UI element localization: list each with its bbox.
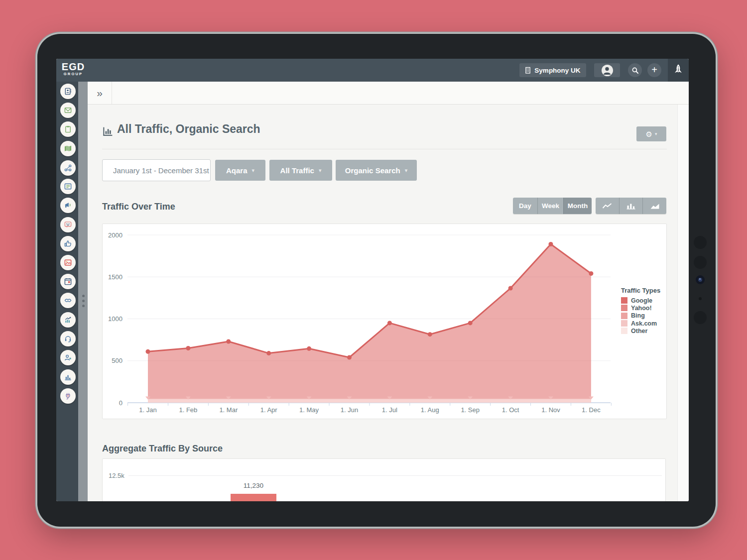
bar-value-label: 11,230 (229, 482, 278, 489)
camera-glint (699, 278, 701, 280)
legend-item-bing[interactable]: Bing (621, 312, 666, 320)
sidebar-item-chat-smiley[interactable] (60, 217, 76, 232)
sidebar-item-plug[interactable] (60, 388, 76, 404)
report-settings-button[interactable]: ⚙ ▾ (636, 126, 666, 141)
data-point[interactable] (146, 349, 150, 354)
add-button[interactable]: + (647, 63, 661, 77)
caret-down-icon: ▾ (252, 167, 255, 174)
scrollbar-track[interactable] (677, 105, 689, 501)
data-point[interactable] (428, 332, 432, 336)
sidebar-item-share[interactable] (60, 160, 76, 176)
data-point[interactable] (347, 355, 352, 360)
x-axis-label: 1. Mar (219, 406, 238, 414)
sidebar-item-mail[interactable] (60, 103, 76, 118)
x-axis-label: 1. Apr (260, 406, 278, 414)
legend-item-yahoo[interactable]: Yahoo! (621, 304, 666, 312)
sidebar-item-image[interactable] (60, 255, 76, 270)
legend-label: Yahoo! (631, 305, 652, 312)
search-button[interactable] (628, 63, 642, 77)
sidebar-splitter[interactable] (78, 82, 88, 501)
view-toggle-week[interactable]: Week (537, 198, 563, 214)
chart-type-toggle (596, 198, 666, 214)
y-axis-tick: 12.5k (109, 472, 124, 479)
data-point[interactable] (307, 346, 311, 351)
bezel-sensor (694, 256, 707, 269)
data-point[interactable] (266, 351, 271, 355)
traffic-area-chart: 05001000150020001. Jan1. Feb1. Mar1. Apr… (103, 224, 666, 419)
sidebar-item-thumbs-up[interactable] (60, 236, 76, 251)
sidebar-item-handshake[interactable] (60, 293, 76, 308)
legend-swatch (621, 305, 627, 311)
sidebar-item-contacts[interactable] (60, 84, 76, 99)
sidebar-item-clipboard[interactable] (60, 121, 76, 137)
data-point[interactable] (226, 339, 231, 343)
sidebar-item-list[interactable] (60, 179, 76, 194)
sidebar-item-stats[interactable] (60, 369, 76, 385)
sidebar-item-trend[interactable] (60, 312, 76, 328)
view-toggle-day[interactable]: Day (513, 198, 537, 214)
splitter-handle-dot (82, 295, 85, 297)
clipboard-icon (64, 125, 72, 133)
divider (102, 149, 667, 149)
view-toggle-month[interactable]: Month (563, 198, 592, 214)
data-point[interactable] (549, 242, 553, 246)
org-name: Symphony UK (534, 67, 580, 74)
filter-dropdown-all-traffic[interactable]: All Traffic▾ (269, 160, 332, 181)
rocket-icon (672, 64, 685, 77)
splitter-handle-dot (82, 305, 85, 307)
data-point[interactable] (508, 286, 513, 290)
y-axis-tick: 500 (112, 357, 123, 364)
plus-icon: + (651, 65, 657, 75)
app-logo[interactable]: EGD GROUP (60, 61, 86, 76)
data-point[interactable] (589, 271, 593, 276)
avatar-icon (602, 65, 613, 76)
legend-swatch (621, 320, 627, 327)
megaphone-icon (64, 201, 72, 210)
launcher-button[interactable] (668, 59, 689, 82)
section-heading-traffic-over-time: Traffic Over Time (102, 202, 175, 212)
y-axis-tick: 1000 (108, 315, 123, 323)
chart-type-line-chart[interactable] (596, 198, 619, 214)
y-axis-tick: 0 (119, 399, 123, 407)
legend-item-askcom[interactable]: Ask.com (621, 320, 666, 327)
legend-label: Other (631, 328, 647, 335)
headset-icon (64, 335, 72, 343)
data-point[interactable] (468, 321, 473, 325)
data-point[interactable] (387, 321, 392, 325)
page-title: All Traffic, Organic Search (117, 122, 260, 136)
chart-type-area-chart[interactable] (642, 198, 666, 214)
x-axis-label: 1. Jan (139, 406, 156, 414)
legend-item-other[interactable]: Other (621, 327, 666, 335)
org-selector-button[interactable]: Symphony UK (519, 63, 586, 77)
x-axis-label: 1. May (299, 406, 319, 414)
stats-icon (64, 373, 72, 381)
area-series-google (148, 244, 591, 403)
legend-title: Traffic Types (621, 287, 666, 294)
user-menu-button[interactable] (594, 63, 620, 77)
sidebar-item-calendar[interactable] (60, 274, 76, 289)
x-axis-label: 1. Oct (502, 406, 519, 414)
expand-panel-button[interactable]: » (88, 82, 112, 104)
aggregate-bar-google[interactable] (231, 494, 276, 501)
legend-swatch (621, 328, 627, 334)
user-star-icon (64, 353, 72, 362)
sidebar-item-headset[interactable] (60, 331, 76, 346)
legend-item-google[interactable]: Google (621, 297, 666, 304)
filter-dropdown-aqara[interactable]: Aqara▾ (215, 160, 265, 181)
section-heading-aggregate: Aggregate Traffic By Source (102, 444, 223, 454)
sidebar (56, 82, 78, 501)
y-axis-tick: 1500 (108, 273, 123, 281)
camera-lens (696, 275, 705, 284)
dropdown-label: All Traffic (280, 166, 314, 175)
x-axis-label: 1. Aug (421, 406, 439, 414)
sidebar-item-user-star[interactable] (60, 350, 76, 365)
sidebar-item-map[interactable] (60, 141, 76, 156)
date-range-input[interactable] (102, 159, 211, 181)
data-point[interactable] (186, 346, 190, 350)
sidebar-item-megaphone[interactable] (60, 198, 76, 213)
filter-dropdown-organic-search[interactable]: Organic Search▾ (336, 160, 417, 181)
gridline (128, 475, 662, 476)
chart-type-bar-chart[interactable] (619, 198, 643, 214)
traffic-chart-panel: 05001000150020001. Jan1. Feb1. Mar1. Apr… (102, 224, 667, 419)
bezel-sensor (694, 236, 707, 249)
